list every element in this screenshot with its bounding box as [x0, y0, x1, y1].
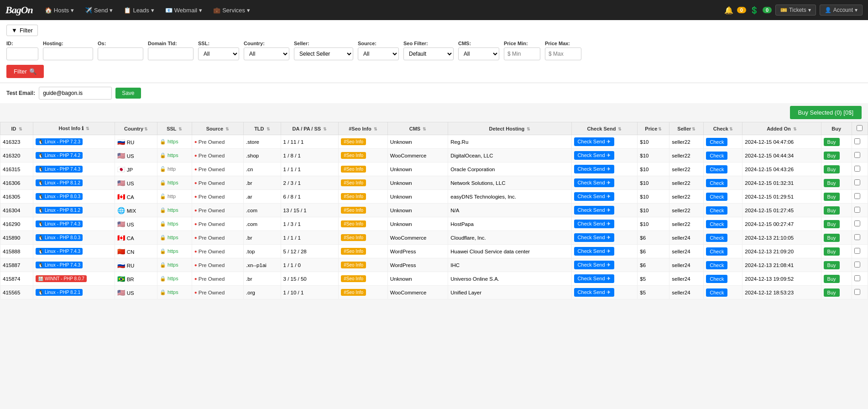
check-button[interactable]: Check: [706, 152, 727, 160]
seo-info-badge[interactable]: #Seo Info: [341, 248, 366, 255]
source-select[interactable]: All: [358, 47, 399, 60]
nav-hosts[interactable]: 🏠 Hosts ▾: [40, 4, 78, 16]
nav-services[interactable]: 💼 Services ▾: [209, 4, 255, 16]
brand-logo[interactable]: BagOn: [5, 4, 33, 16]
row-checkbox[interactable]: [854, 166, 860, 172]
col-cms[interactable]: CMS ⇅: [387, 122, 448, 135]
account-button[interactable]: 👤 Account ▾: [820, 5, 863, 16]
nav-leads[interactable]: 📋 Leads ▾: [119, 4, 158, 16]
buy-selected-button[interactable]: Buy Selected (0) [0$]: [790, 106, 862, 119]
row-checkbox[interactable]: [854, 262, 860, 267]
check-button[interactable]: Check: [706, 165, 727, 173]
check-send-button[interactable]: Check Send ✈: [574, 233, 614, 242]
buy-button[interactable]: Buy: [824, 152, 840, 160]
seo-select[interactable]: Default: [403, 47, 454, 60]
buy-button[interactable]: Buy: [824, 220, 840, 228]
row-checkbox[interactable]: [854, 193, 860, 199]
tickets-button[interactable]: 🎫 Tickets ▾: [775, 5, 816, 16]
hosting-input[interactable]: [43, 47, 93, 60]
cms-select[interactable]: All: [458, 47, 499, 60]
country-select[interactable]: All: [244, 47, 289, 60]
seo-info-badge[interactable]: #Seo Info: [341, 166, 366, 173]
col-price[interactable]: Price⇅: [638, 122, 669, 135]
seo-info-badge[interactable]: #Seo Info: [341, 179, 366, 186]
seo-info-badge[interactable]: #Seo Info: [341, 152, 366, 159]
col-id[interactable]: ID ⇅: [0, 122, 33, 135]
check-send-button[interactable]: Check Send ✈: [574, 206, 614, 215]
buy-button[interactable]: Buy: [824, 288, 840, 297]
check-button[interactable]: Check: [706, 193, 727, 201]
seller-select[interactable]: Select Seller: [294, 47, 353, 60]
select-all-checkbox[interactable]: [857, 125, 863, 131]
col-country[interactable]: Country⇅: [115, 122, 157, 135]
check-send-button[interactable]: Check Send ✈: [574, 247, 614, 256]
check-button[interactable]: Check: [706, 179, 727, 187]
row-checkbox[interactable]: [854, 207, 860, 213]
row-checkbox[interactable]: [854, 220, 860, 226]
ssl-select[interactable]: All: [198, 47, 239, 60]
nav-webmail[interactable]: 📧 Webmail ▾: [161, 4, 207, 16]
col-tld[interactable]: TLD ⇅: [244, 122, 281, 135]
buy-button[interactable]: Buy: [824, 247, 840, 256]
seo-info-badge[interactable]: #Seo Info: [341, 289, 366, 296]
seo-info-badge[interactable]: #Seo Info: [341, 220, 366, 227]
seo-info-badge[interactable]: #Seo Info: [341, 138, 366, 145]
check-send-button[interactable]: Check Send ✈: [574, 261, 614, 269]
row-checkbox[interactable]: [854, 275, 860, 281]
filter-button[interactable]: Filter 🔍: [6, 65, 44, 78]
check-send-button[interactable]: Check Send ✈: [574, 165, 614, 173]
check-button[interactable]: Check: [706, 275, 727, 283]
nav-send[interactable]: ✈️ Send ▾: [80, 4, 117, 16]
seo-info-badge[interactable]: #Seo Info: [341, 234, 366, 241]
buy-button[interactable]: Buy: [824, 275, 840, 283]
buy-button[interactable]: Buy: [824, 234, 840, 242]
filter-toggle-button[interactable]: ▼ Filter: [6, 25, 38, 36]
check-button[interactable]: Check: [706, 138, 727, 146]
col-da-pa-ss[interactable]: DA / PA / SS ⇅: [281, 122, 339, 135]
check-send-button[interactable]: Check Send ✈: [574, 192, 614, 201]
test-email-input[interactable]: [39, 87, 112, 100]
buy-button[interactable]: Buy: [824, 179, 840, 187]
buy-button[interactable]: Buy: [824, 138, 840, 146]
check-send-button[interactable]: Check Send ✈: [574, 178, 614, 187]
seo-info-badge[interactable]: #Seo Info: [341, 207, 366, 214]
check-send-button[interactable]: Check Send ✈: [574, 220, 614, 228]
check-button[interactable]: Check: [706, 220, 727, 228]
buy-button[interactable]: Buy: [824, 206, 840, 215]
seo-info-badge[interactable]: #Seo Info: [341, 193, 366, 200]
domain-tld-input[interactable]: [148, 47, 193, 60]
buy-button[interactable]: Buy: [824, 193, 840, 201]
col-host-info[interactable]: Host Info ℹ ⇅: [33, 122, 115, 135]
col-check-send[interactable]: Check Send ⇅: [571, 122, 638, 135]
col-seo-info[interactable]: #Seo Info ⇅: [339, 122, 388, 135]
seo-info-badge[interactable]: #Seo Info: [341, 262, 366, 268]
buy-button[interactable]: Buy: [824, 261, 840, 269]
col-checkbox-all[interactable]: [852, 122, 868, 135]
row-checkbox[interactable]: [854, 152, 860, 158]
check-send-button[interactable]: Check Send ✈: [574, 288, 614, 297]
col-source[interactable]: Source ⇅: [192, 122, 243, 135]
row-checkbox[interactable]: [854, 289, 860, 295]
row-checkbox[interactable]: [854, 179, 860, 185]
check-button[interactable]: Check: [706, 247, 727, 256]
save-button[interactable]: Save: [115, 88, 141, 99]
seo-info-badge[interactable]: #Seo Info: [341, 275, 366, 282]
col-check[interactable]: Check⇅: [704, 122, 743, 135]
price-max-input[interactable]: [545, 47, 581, 60]
col-added-on[interactable]: Added On ⇅: [743, 122, 821, 135]
os-input[interactable]: [98, 47, 143, 60]
check-button[interactable]: Check: [706, 206, 727, 215]
col-ssl[interactable]: SSL ⇅: [157, 122, 192, 135]
buy-button[interactable]: Buy: [824, 165, 840, 173]
col-buy[interactable]: Buy: [821, 122, 852, 135]
price-min-input[interactable]: [504, 47, 540, 60]
check-send-button[interactable]: Check Send ✈: [574, 274, 614, 283]
row-checkbox[interactable]: [854, 248, 860, 254]
row-checkbox[interactable]: [854, 234, 860, 240]
col-detect-hosting[interactable]: Detect Hosting ⇅: [448, 122, 571, 135]
check-send-button[interactable]: Check Send ✈: [574, 151, 614, 160]
row-checkbox[interactable]: [854, 138, 860, 144]
id-input[interactable]: [6, 47, 38, 60]
check-button[interactable]: Check: [706, 234, 727, 242]
check-send-button[interactable]: Check Send ✈: [574, 137, 614, 146]
